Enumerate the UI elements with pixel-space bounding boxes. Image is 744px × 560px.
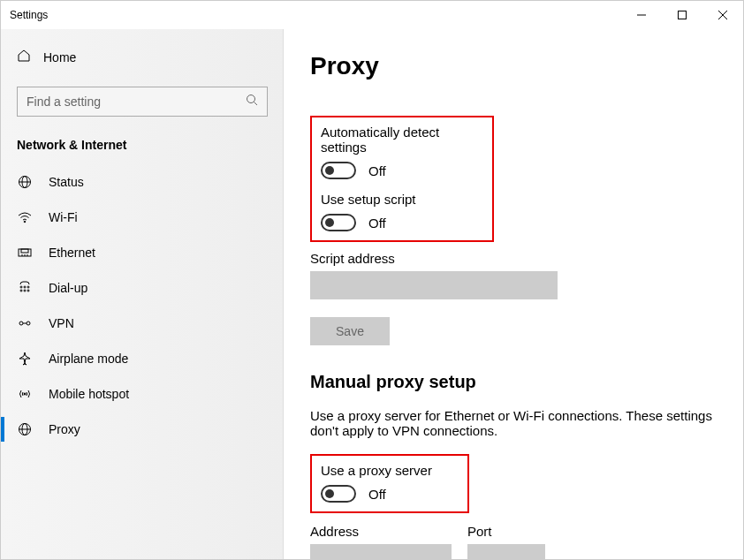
titlebar: Settings xyxy=(1,1,743,29)
search-icon xyxy=(246,94,258,110)
sidebar-item-status[interactable]: Status xyxy=(1,164,284,200)
port-label: Port xyxy=(467,524,545,539)
setup-script-toggle[interactable] xyxy=(321,214,356,231)
maximize-button[interactable] xyxy=(662,1,702,29)
sidebar-item-vpn[interactable]: VPN xyxy=(1,306,284,341)
address-label: Address xyxy=(310,524,452,539)
search-box[interactable] xyxy=(17,87,268,117)
sidebar-item-label: Mobile hotspot xyxy=(49,387,129,401)
sidebar-item-label: Airplane mode xyxy=(49,352,128,366)
manual-description: Use a proxy server for Ethernet or Wi-Fi… xyxy=(310,408,717,438)
svg-point-22 xyxy=(27,322,30,325)
minimize-button[interactable] xyxy=(621,1,662,29)
svg-rect-11 xyxy=(21,249,28,253)
home-label: Home xyxy=(43,50,76,64)
svg-point-19 xyxy=(24,290,26,291)
use-proxy-state: Off xyxy=(368,487,386,502)
setup-script-state: Off xyxy=(368,216,386,231)
hotspot-icon xyxy=(17,387,33,401)
sidebar: Home Network & Internet Status Wi-Fi E xyxy=(1,29,284,559)
wifi-icon xyxy=(17,210,33,224)
page-title: Proxy xyxy=(310,52,717,80)
sidebar-item-ethernet[interactable]: Ethernet xyxy=(1,235,284,270)
manual-proxy-highlight: Use a proxy server Off xyxy=(310,454,469,513)
sidebar-item-label: Wi-Fi xyxy=(49,210,78,224)
svg-point-21 xyxy=(19,322,23,325)
window-controls xyxy=(621,1,743,29)
address-input[interactable] xyxy=(310,544,452,559)
sidebar-item-label: VPN xyxy=(49,316,74,330)
proxy-icon xyxy=(17,422,33,436)
auto-detect-label: Automatically detect settings xyxy=(321,125,483,155)
save-button[interactable]: Save xyxy=(310,317,390,345)
auto-detect-state: Off xyxy=(368,163,386,178)
svg-point-16 xyxy=(24,286,26,288)
sidebar-item-label: Proxy xyxy=(49,422,80,436)
svg-point-24 xyxy=(24,393,26,395)
sidebar-item-dialup[interactable]: Dial-up xyxy=(1,270,284,306)
auto-setup-highlight: Automatically detect settings Off Use se… xyxy=(310,116,494,242)
auto-detect-toggle[interactable] xyxy=(321,162,356,179)
sidebar-item-hotspot[interactable]: Mobile hotspot xyxy=(1,376,284,412)
content-pane: Proxy Automatically detect settings Off … xyxy=(284,29,743,559)
sidebar-item-airplane[interactable]: Airplane mode xyxy=(1,341,284,376)
svg-point-20 xyxy=(27,290,29,291)
svg-point-4 xyxy=(247,95,255,103)
script-address-input[interactable] xyxy=(310,271,558,299)
sidebar-item-proxy[interactable]: Proxy xyxy=(1,412,284,447)
sidebar-item-label: Dial-up xyxy=(49,281,87,295)
vpn-icon xyxy=(17,316,33,330)
sidebar-item-wifi[interactable]: Wi-Fi xyxy=(1,200,284,235)
search-input[interactable] xyxy=(27,95,246,109)
dialup-icon xyxy=(17,281,33,295)
svg-line-5 xyxy=(254,102,258,106)
use-proxy-toggle[interactable] xyxy=(321,485,356,503)
svg-point-18 xyxy=(20,290,22,291)
ethernet-icon xyxy=(17,246,33,260)
svg-rect-1 xyxy=(679,11,687,19)
window-title: Settings xyxy=(10,9,48,21)
script-address-label: Script address xyxy=(310,251,717,266)
port-input[interactable] xyxy=(467,544,545,559)
use-proxy-label: Use a proxy server xyxy=(321,463,459,478)
svg-point-17 xyxy=(27,286,29,288)
setup-script-label: Use setup script xyxy=(321,192,483,207)
close-button[interactable] xyxy=(702,1,743,29)
status-icon xyxy=(17,175,33,189)
section-title: Network & Internet xyxy=(1,138,284,164)
sidebar-item-label: Ethernet xyxy=(49,246,95,260)
home-nav[interactable]: Home xyxy=(1,42,284,72)
manual-heading: Manual proxy setup xyxy=(310,372,717,392)
airplane-icon xyxy=(17,352,33,366)
home-icon xyxy=(17,49,31,65)
svg-point-15 xyxy=(20,286,22,288)
svg-point-9 xyxy=(24,221,26,223)
sidebar-item-label: Status xyxy=(49,175,84,189)
